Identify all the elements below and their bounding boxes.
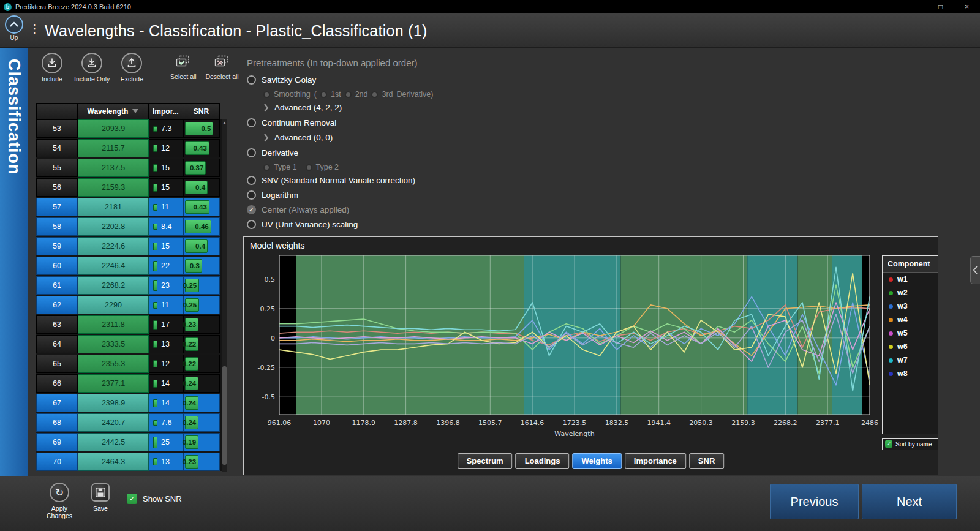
minimize-button[interactable]: – — [901, 0, 927, 13]
table-row[interactable]: 642333.5130.22 — [36, 335, 227, 353]
tab-spectrum[interactable]: Spectrum — [458, 453, 513, 469]
snr-cell[interactable]: 0.4 — [183, 178, 220, 197]
importance-cell[interactable]: 7.6 — [149, 413, 183, 432]
importance-cell[interactable]: 12 — [149, 355, 183, 373]
table-row[interactable]: 612268.2230.25 — [36, 276, 227, 295]
importance-cell[interactable]: 7.3 — [149, 119, 183, 138]
snr-cell[interactable]: 0.46 — [183, 217, 220, 236]
legend-item[interactable]: w8 — [883, 367, 938, 380]
savitzky-golay-radio[interactable] — [247, 75, 256, 85]
row-index-cell[interactable]: 67 — [36, 394, 78, 412]
row-index-cell[interactable]: 57 — [36, 198, 78, 216]
table-row[interactable]: 592224.6150.4 — [36, 237, 227, 255]
maximize-button[interactable]: □ — [927, 0, 954, 13]
apply-changes-button[interactable]: ↻ Apply Changes — [40, 483, 78, 519]
legend-item[interactable]: w4 — [883, 313, 938, 326]
save-button[interactable]: Save — [87, 483, 114, 512]
wavelength-cell[interactable]: 2093.9 — [78, 119, 149, 138]
row-index-cell[interactable]: 62 — [36, 296, 78, 314]
importance-cell[interactable]: 17 — [149, 315, 183, 334]
wavelength-cell[interactable]: 2398.9 — [78, 394, 149, 412]
table-row[interactable]: 602246.4220.3 — [36, 257, 227, 275]
legend-item[interactable]: w3 — [883, 299, 938, 313]
show-snr-checkbox[interactable]: ✓ — [127, 494, 137, 504]
row-index-cell[interactable]: 65 — [36, 355, 78, 373]
table-row[interactable]: 572181110.43 — [36, 198, 227, 216]
tab-weights[interactable]: Weights — [572, 453, 621, 469]
importance-cell[interactable]: 8.4 — [149, 217, 183, 236]
include-button[interactable]: Include — [36, 53, 68, 83]
row-index-cell[interactable]: 69 — [36, 433, 78, 451]
derivative-radio[interactable] — [247, 148, 256, 157]
snr-cell[interactable]: 0.24 — [183, 413, 220, 432]
snr-cell[interactable]: 0.5 — [183, 119, 220, 138]
wavelength-cell[interactable]: 2290 — [78, 296, 149, 314]
snr-cell[interactable]: 0.23 — [183, 315, 220, 334]
wavelength-cell[interactable]: 2268.2 — [78, 276, 149, 295]
legend-item[interactable]: w7 — [883, 353, 938, 367]
importance-cell[interactable]: 11 — [149, 296, 183, 314]
row-index-cell[interactable]: 55 — [36, 159, 78, 177]
wavelength-cell[interactable]: 2377.1 — [78, 374, 149, 393]
importance-cell[interactable]: 15 — [149, 159, 183, 177]
row-index-cell[interactable]: 53 — [36, 119, 78, 138]
table-row[interactable]: 542115.7120.43 — [36, 139, 227, 157]
row-index-cell[interactable]: 61 — [36, 276, 78, 295]
sort-by-name-box[interactable]: ✓ Sort by name — [882, 438, 938, 450]
wavelength-cell[interactable]: 2333.5 — [78, 335, 149, 353]
wavelength-cell[interactable]: 2159.3 — [78, 178, 149, 197]
table-row[interactable]: 692442.5250.19 — [36, 433, 227, 451]
importance-cell[interactable]: 25 — [149, 433, 183, 451]
logarithm-radio[interactable] — [247, 190, 256, 200]
importance-cell[interactable]: 13 — [149, 453, 183, 471]
type2-radio[interactable] — [306, 164, 312, 171]
row-index-cell[interactable]: 59 — [36, 237, 78, 255]
table-row[interactable]: 652355.3120.22 — [36, 355, 227, 373]
select-all-button[interactable]: Select all — [167, 53, 199, 80]
legend-item[interactable]: w6 — [883, 340, 938, 353]
snr-cell[interactable]: 0.3 — [183, 257, 220, 275]
show-snr-toggle[interactable]: ✓ Show SNR — [127, 494, 182, 504]
third-derivative-radio[interactable] — [371, 91, 378, 98]
wavelength-cell[interactable]: 2246.4 — [78, 257, 149, 275]
wavelength-cell[interactable]: 2115.7 — [78, 139, 149, 157]
smoothing-radio[interactable] — [263, 91, 270, 98]
table-row[interactable]: 622290110.25 — [36, 296, 227, 314]
legend-item[interactable]: w1 — [883, 273, 938, 286]
snr-cell[interactable]: 0.22 — [183, 355, 220, 373]
uv-scaling-radio[interactable] — [247, 220, 256, 229]
snr-cell[interactable]: 0.24 — [183, 394, 220, 412]
table-row[interactable]: 682420.77.60.24 — [36, 413, 227, 432]
tab-importance[interactable]: Importance — [625, 453, 686, 469]
second-derivative-radio[interactable] — [345, 91, 352, 98]
legend-item[interactable]: w5 — [883, 326, 938, 340]
table-row[interactable]: 532093.97.30.5 — [36, 119, 227, 138]
legend-item[interactable]: w2 — [883, 286, 938, 299]
row-index-cell[interactable]: 66 — [36, 374, 78, 393]
savitzky-advanced-row[interactable]: Advanced (4, 2, 2) — [263, 103, 590, 112]
importance-cell[interactable]: 22 — [149, 257, 183, 275]
wavelength-cell[interactable]: 2420.7 — [78, 413, 149, 432]
importance-cell[interactable]: 13 — [149, 335, 183, 353]
importance-cell[interactable]: 11 — [149, 198, 183, 216]
table-row[interactable]: 672398.9140.24 — [36, 394, 227, 412]
type1-radio[interactable] — [263, 164, 270, 171]
tab-loadings[interactable]: Loadings — [516, 453, 570, 469]
row-index-cell[interactable]: 68 — [36, 413, 78, 432]
wavelength-cell[interactable]: 2181 — [78, 198, 149, 216]
table-scrollbar[interactable]: ▲ — [222, 119, 227, 472]
row-index-cell[interactable]: 56 — [36, 178, 78, 197]
table-row[interactable]: 552137.5150.37 — [36, 159, 227, 177]
wavelength-cell[interactable]: 2464.3 — [78, 453, 149, 471]
importance-cell[interactable]: 14 — [149, 394, 183, 412]
snr-cell[interactable]: 0.19 — [183, 433, 220, 451]
sort-by-name-checkbox[interactable]: ✓ — [885, 440, 892, 448]
snr-cell[interactable]: 0.25 — [183, 276, 220, 295]
table-row[interactable]: 702464.3130.23 — [36, 453, 227, 471]
deselect-all-button[interactable]: Deselect all — [205, 53, 238, 80]
scrollbar-thumb[interactable] — [222, 366, 227, 465]
scroll-up-icon[interactable]: ▲ — [222, 121, 227, 124]
table-row[interactable]: 632311.8170.23 — [36, 315, 227, 334]
row-index-cell[interactable]: 64 — [36, 335, 78, 353]
menu-dots-icon[interactable]: ⋮ — [29, 23, 40, 34]
